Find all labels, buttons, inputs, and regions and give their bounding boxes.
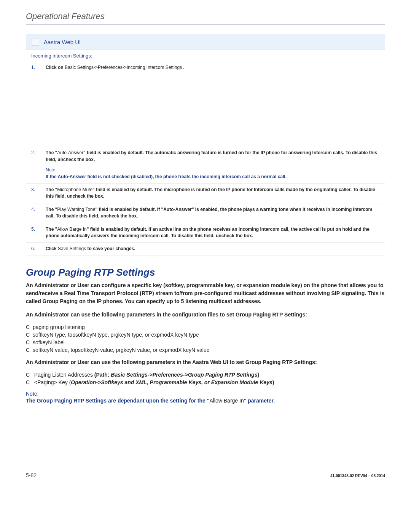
doc-id: 41-001343-02 REV04 – 05.2014 <box>330 474 385 478</box>
list-item: softkeyN value, topsoftkeyN value, prgke… <box>26 347 385 353</box>
note-label: Note: <box>26 391 385 397</box>
step-number: 3. <box>31 187 38 200</box>
document-page: Operational Features Aastra Web UI Incom… <box>0 0 411 494</box>
steps-table: 1. Click on Basic Settings->Preferences-… <box>26 61 385 256</box>
page-number: 5-82 <box>26 472 37 478</box>
bullet-list: paging group listening softkeyN type, to… <box>26 324 385 353</box>
note-part1: The Group Paging RTP Settings are depend… <box>26 398 209 404</box>
panel-header: Aastra Web UI <box>26 34 385 50</box>
paragraph: An Administrator can use the following p… <box>26 311 385 319</box>
step-number: 4. <box>31 206 38 220</box>
step-number: 2. <box>31 150 38 180</box>
step-body: Click on Basic Settings->Preferences->In… <box>46 64 380 71</box>
list-item: sofkeyN label <box>26 339 385 345</box>
list-item: paging group listening <box>26 324 385 330</box>
page-header-title: Operational Features <box>26 11 385 21</box>
panel-icon <box>32 38 39 46</box>
item-path: Operation->Softkeys and XML, Programmabl… <box>71 379 272 385</box>
item-pre: <Paging> Key ( <box>34 379 71 385</box>
note-label: Note: <box>46 167 380 173</box>
list-item: softkeyN type, topsoftkeyN type, prgkeyN… <box>26 332 385 338</box>
paragraph: An Administrator or User can configure a… <box>26 281 385 305</box>
item-pre: Paging Listen Addresses <box>34 372 94 378</box>
step-body: The "Play Warning Tone" field is enabled… <box>46 206 380 220</box>
item-post: ) <box>257 372 259 378</box>
step-row: 2. The "Auto-Answer" field is enabled by… <box>26 147 385 184</box>
step-number: 5. <box>31 226 38 240</box>
item-post: ) <box>272 379 274 385</box>
step-body: The "Microphone Mute" field is enabled b… <box>46 187 380 200</box>
step-body: Click Save Settings to save your changes… <box>46 246 380 252</box>
step-row: 5. The "Allow Barge In" field is enabled… <box>26 223 385 243</box>
note-text: The Group Paging RTP Settings are depend… <box>26 398 385 404</box>
section-heading: Group Paging RTP Settings <box>26 267 385 278</box>
list-item: <Paging> Key (Operation->Softkeys and XM… <box>26 379 385 385</box>
bullet-list: Paging Listen Addresses (Path: Basic Set… <box>26 372 385 385</box>
step-number: 1. <box>31 64 38 71</box>
note-part2: " parameter. <box>244 398 275 404</box>
step-body: The "Allow Barge In" field is enabled by… <box>46 226 380 240</box>
item-label: (Path: <box>94 372 111 378</box>
step-row: 4. The "Play Warning Tone" field is enab… <box>26 203 385 223</box>
panel-title: Aastra Web UI <box>44 39 81 45</box>
header-rule <box>26 24 385 25</box>
step-row: 6. Click Save Settings to save your chan… <box>26 243 385 256</box>
item-path: Basic Settings->Preferences->Group Pagin… <box>111 372 257 378</box>
note-mid: Allow Barge In <box>209 398 244 404</box>
note-text: If the Auto-Answer field is not checked … <box>46 174 380 180</box>
step-body: The "Auto-Answer" field is enabled by de… <box>46 150 380 180</box>
panel-subhead: Incoming intercom Settings: <box>26 50 385 61</box>
step-number: 6. <box>31 246 38 252</box>
page-footer: 5-82 41-001343-02 REV04 – 05.2014 <box>26 472 385 478</box>
paragraph: An Administrator or User can use the fol… <box>26 358 385 366</box>
step-row: 1. Click on Basic Settings->Preferences-… <box>26 61 385 74</box>
list-item: Paging Listen Addresses (Path: Basic Set… <box>26 372 385 378</box>
figure-placeholder <box>26 74 385 147</box>
step-text: The "Auto-Answer" field is enabled by de… <box>46 150 377 162</box>
step-row: 3. The "Microphone Mute" field is enable… <box>26 184 385 203</box>
